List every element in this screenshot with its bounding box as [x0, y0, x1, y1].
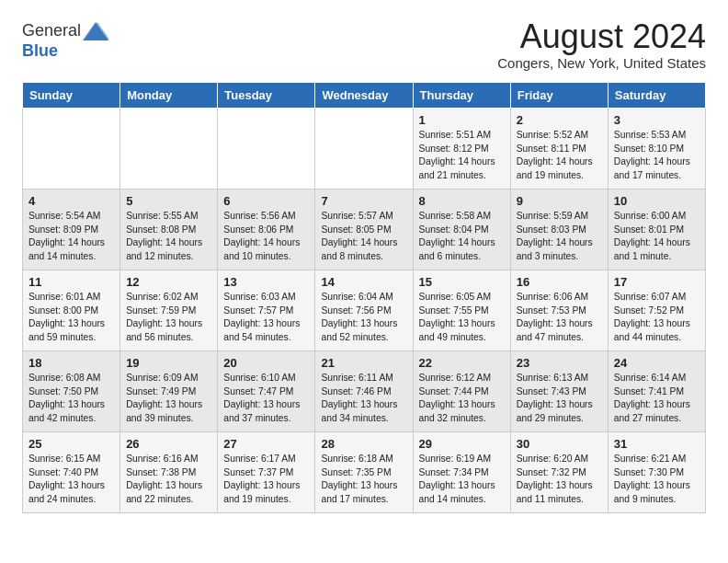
calendar-cell: 26Sunrise: 6:16 AM Sunset: 7:38 PM Dayli… — [120, 431, 218, 512]
cell-details: Sunrise: 6:15 AM Sunset: 7:40 PM Dayligh… — [28, 453, 114, 508]
cell-details: Sunrise: 6:20 AM Sunset: 7:32 PM Dayligh… — [517, 453, 602, 508]
day-number: 25 — [28, 437, 114, 451]
cell-details: Sunrise: 6:02 AM Sunset: 7:59 PM Dayligh… — [126, 291, 211, 346]
calendar-cell: 4Sunrise: 5:54 AM Sunset: 8:09 PM Daylig… — [23, 189, 120, 270]
subtitle: Congers, New York, United States — [497, 55, 706, 71]
calendar-header-row: SundayMondayTuesdayWednesdayThursdayFrid… — [23, 82, 706, 108]
calendar-cell: 21Sunrise: 6:11 AM Sunset: 7:46 PM Dayli… — [315, 350, 413, 431]
cell-details: Sunrise: 5:56 AM Sunset: 8:06 PM Dayligh… — [223, 210, 309, 265]
calendar-row: 25Sunrise: 6:15 AM Sunset: 7:40 PM Dayli… — [23, 431, 706, 512]
day-number: 13 — [223, 275, 309, 289]
cell-details: Sunrise: 6:11 AM Sunset: 7:46 PM Dayligh… — [321, 372, 406, 427]
weekday-header-friday: Friday — [510, 82, 608, 108]
calendar-body: 1Sunrise: 5:51 AM Sunset: 8:12 PM Daylig… — [23, 108, 706, 512]
day-number: 2 — [517, 113, 602, 127]
day-number: 11 — [28, 275, 114, 289]
cell-details: Sunrise: 6:07 AM Sunset: 7:52 PM Dayligh… — [614, 291, 700, 346]
logo: General Blue — [22, 18, 108, 61]
day-number: 23 — [517, 356, 602, 370]
cell-details: Sunrise: 6:21 AM Sunset: 7:30 PM Dayligh… — [614, 453, 700, 508]
logo-icon — [83, 18, 108, 44]
logo-general: General — [22, 22, 81, 40]
day-number: 16 — [517, 275, 602, 289]
calendar-cell: 3Sunrise: 5:53 AM Sunset: 8:10 PM Daylig… — [608, 108, 705, 189]
calendar-cell: 18Sunrise: 6:08 AM Sunset: 7:50 PM Dayli… — [23, 350, 120, 431]
calendar-cell: 28Sunrise: 6:18 AM Sunset: 7:35 PM Dayli… — [315, 431, 413, 512]
cell-details: Sunrise: 6:18 AM Sunset: 7:35 PM Dayligh… — [321, 453, 406, 508]
weekday-header-saturday: Saturday — [608, 82, 705, 108]
day-number: 18 — [28, 356, 114, 370]
calendar-row: 11Sunrise: 6:01 AM Sunset: 8:00 PM Dayli… — [23, 270, 706, 350]
day-number: 12 — [126, 275, 211, 289]
calendar-cell: 5Sunrise: 5:55 AM Sunset: 8:08 PM Daylig… — [120, 189, 218, 270]
calendar-cell: 15Sunrise: 6:05 AM Sunset: 7:55 PM Dayli… — [413, 270, 510, 350]
day-number: 20 — [223, 356, 309, 370]
weekday-header-sunday: Sunday — [23, 82, 120, 108]
day-number: 1 — [419, 113, 505, 127]
day-number: 21 — [321, 356, 406, 370]
calendar-cell: 29Sunrise: 6:19 AM Sunset: 7:34 PM Dayli… — [413, 431, 510, 512]
day-number: 26 — [126, 437, 211, 451]
day-number: 8 — [419, 194, 505, 208]
calendar-cell: 16Sunrise: 6:06 AM Sunset: 7:53 PM Dayli… — [510, 270, 608, 350]
calendar-cell — [23, 108, 120, 189]
calendar-cell: 23Sunrise: 6:13 AM Sunset: 7:43 PM Dayli… — [510, 350, 608, 431]
day-number: 7 — [321, 194, 406, 208]
weekday-header-thursday: Thursday — [413, 82, 510, 108]
cell-details: Sunrise: 6:06 AM Sunset: 7:53 PM Dayligh… — [517, 291, 602, 346]
cell-details: Sunrise: 6:08 AM Sunset: 7:50 PM Dayligh… — [28, 372, 114, 427]
calendar-row: 1Sunrise: 5:51 AM Sunset: 8:12 PM Daylig… — [23, 108, 706, 189]
weekday-header-tuesday: Tuesday — [218, 82, 315, 108]
day-number: 17 — [614, 275, 700, 289]
cell-details: Sunrise: 5:57 AM Sunset: 8:05 PM Dayligh… — [321, 210, 406, 265]
cell-details: Sunrise: 6:16 AM Sunset: 7:38 PM Dayligh… — [126, 453, 211, 508]
day-number: 6 — [223, 194, 309, 208]
calendar-cell: 20Sunrise: 6:10 AM Sunset: 7:47 PM Dayli… — [218, 350, 315, 431]
logo-blue: Blue — [22, 42, 58, 61]
cell-details: Sunrise: 5:55 AM Sunset: 8:08 PM Dayligh… — [126, 210, 211, 265]
calendar-cell — [218, 108, 315, 189]
calendar-cell: 31Sunrise: 6:21 AM Sunset: 7:30 PM Dayli… — [608, 431, 705, 512]
title-area: August 2024 Congers, New York, United St… — [497, 18, 706, 71]
cell-details: Sunrise: 5:51 AM Sunset: 8:12 PM Dayligh… — [419, 129, 505, 184]
day-number: 4 — [28, 194, 114, 208]
calendar-cell: 11Sunrise: 6:01 AM Sunset: 8:00 PM Dayli… — [23, 270, 120, 350]
calendar-cell: 25Sunrise: 6:15 AM Sunset: 7:40 PM Dayli… — [23, 431, 120, 512]
calendar-cell: 7Sunrise: 5:57 AM Sunset: 8:05 PM Daylig… — [315, 189, 413, 270]
calendar-row: 18Sunrise: 6:08 AM Sunset: 7:50 PM Dayli… — [23, 350, 706, 431]
day-number: 27 — [223, 437, 309, 451]
calendar-cell: 22Sunrise: 6:12 AM Sunset: 7:44 PM Dayli… — [413, 350, 510, 431]
calendar-cell: 12Sunrise: 6:02 AM Sunset: 7:59 PM Dayli… — [120, 270, 218, 350]
day-number: 10 — [614, 194, 700, 208]
calendar-cell: 10Sunrise: 6:00 AM Sunset: 8:01 PM Dayli… — [608, 189, 705, 270]
cell-details: Sunrise: 5:53 AM Sunset: 8:10 PM Dayligh… — [614, 129, 700, 184]
calendar-cell: 24Sunrise: 6:14 AM Sunset: 7:41 PM Dayli… — [608, 350, 705, 431]
cell-details: Sunrise: 6:12 AM Sunset: 7:44 PM Dayligh… — [419, 372, 505, 427]
day-number: 3 — [614, 113, 700, 127]
weekday-header-monday: Monday — [120, 82, 218, 108]
day-number: 15 — [419, 275, 505, 289]
svg-marker-1 — [85, 22, 108, 40]
calendar-cell — [120, 108, 218, 189]
day-number: 30 — [517, 437, 602, 451]
cell-details: Sunrise: 6:17 AM Sunset: 7:37 PM Dayligh… — [223, 453, 309, 508]
calendar-cell: 1Sunrise: 5:51 AM Sunset: 8:12 PM Daylig… — [413, 108, 510, 189]
calendar-cell — [315, 108, 413, 189]
cell-details: Sunrise: 6:10 AM Sunset: 7:47 PM Dayligh… — [223, 372, 309, 427]
cell-details: Sunrise: 5:59 AM Sunset: 8:03 PM Dayligh… — [517, 210, 602, 265]
calendar-row: 4Sunrise: 5:54 AM Sunset: 8:09 PM Daylig… — [23, 189, 706, 270]
calendar-cell: 27Sunrise: 6:17 AM Sunset: 7:37 PM Dayli… — [218, 431, 315, 512]
calendar-cell: 6Sunrise: 5:56 AM Sunset: 8:06 PM Daylig… — [218, 189, 315, 270]
cell-details: Sunrise: 6:01 AM Sunset: 8:00 PM Dayligh… — [28, 291, 114, 346]
day-number: 19 — [126, 356, 211, 370]
day-number: 31 — [614, 437, 700, 451]
weekday-header-wednesday: Wednesday — [315, 82, 413, 108]
cell-details: Sunrise: 6:19 AM Sunset: 7:34 PM Dayligh… — [419, 453, 505, 508]
calendar-cell: 14Sunrise: 6:04 AM Sunset: 7:56 PM Dayli… — [315, 270, 413, 350]
cell-details: Sunrise: 6:00 AM Sunset: 8:01 PM Dayligh… — [614, 210, 700, 265]
calendar-cell: 30Sunrise: 6:20 AM Sunset: 7:32 PM Dayli… — [510, 431, 608, 512]
day-number: 24 — [614, 356, 700, 370]
calendar-cell: 2Sunrise: 5:52 AM Sunset: 8:11 PM Daylig… — [510, 108, 608, 189]
day-number: 9 — [517, 194, 602, 208]
header: General Blue August 2024 Congers, New Yo… — [22, 18, 706, 71]
